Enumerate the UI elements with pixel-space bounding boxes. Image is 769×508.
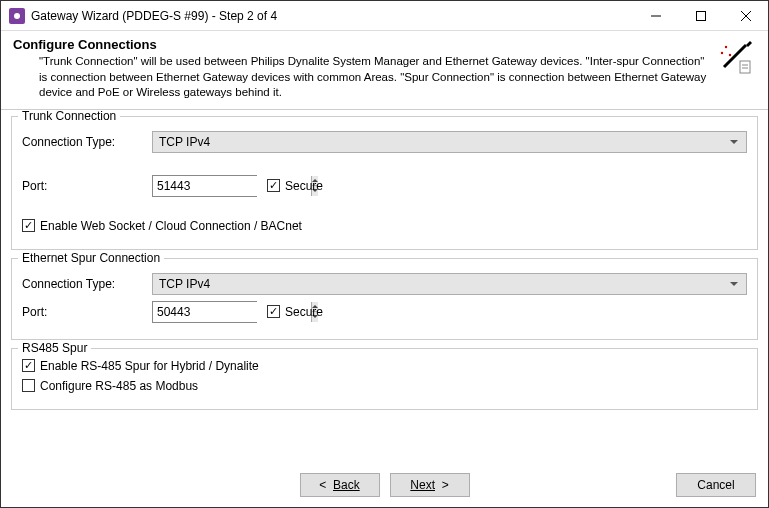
- wizard-footer: < Back Next > Cancel: [1, 463, 768, 507]
- checkbox-icon: [267, 179, 280, 192]
- cancel-button[interactable]: Cancel: [676, 473, 756, 497]
- trunk-port-label: Port:: [22, 179, 152, 193]
- trunk-conn-type-label: Connection Type:: [22, 135, 152, 149]
- rs485-legend: RS485 Spur: [18, 341, 91, 355]
- spur-port-label: Port:: [22, 305, 152, 319]
- trunk-conn-type-select[interactable]: TCP IPv4: [152, 131, 747, 153]
- checkbox-icon: [22, 379, 35, 392]
- minimize-button[interactable]: [633, 1, 678, 31]
- trunk-conn-type-value: TCP IPv4: [159, 135, 210, 149]
- spur-conn-type-label: Connection Type:: [22, 277, 152, 291]
- trunk-secure-checkbox[interactable]: Secure: [267, 179, 323, 193]
- wizard-icon: [716, 37, 756, 77]
- content-area: Trunk Connection Connection Type: TCP IP…: [1, 110, 768, 463]
- svg-point-7: [721, 52, 723, 54]
- spur-secure-label: Secure: [285, 305, 323, 319]
- checkbox-icon: [22, 359, 35, 372]
- wizard-header: Configure Connections "Trunk Connection"…: [1, 31, 768, 110]
- spur-port-input-wrap: [152, 301, 257, 323]
- titlebar: Gateway Wizard (PDDEG-S #99) - Step 2 of…: [1, 1, 768, 31]
- page-title: Configure Connections: [13, 37, 708, 52]
- page-description: "Trunk Connection" will be used between …: [13, 54, 708, 101]
- rs485-enable-checkbox[interactable]: Enable RS-485 Spur for Hybrid / Dynalite: [22, 359, 259, 373]
- maximize-button[interactable]: [678, 1, 723, 31]
- spur-legend: Ethernet Spur Connection: [18, 251, 164, 265]
- svg-point-8: [729, 54, 731, 56]
- svg-rect-1: [696, 11, 705, 20]
- rs485-enable-label: Enable RS-485 Spur for Hybrid / Dynalite: [40, 359, 259, 373]
- spur-connection-group: Ethernet Spur Connection Connection Type…: [11, 258, 758, 340]
- next-button[interactable]: Next >: [390, 473, 470, 497]
- window-title: Gateway Wizard (PDDEG-S #99) - Step 2 of…: [31, 9, 633, 23]
- svg-point-6: [725, 46, 727, 48]
- trunk-legend: Trunk Connection: [18, 110, 120, 123]
- trunk-secure-label: Secure: [285, 179, 323, 193]
- checkbox-icon: [267, 305, 280, 318]
- close-button[interactable]: [723, 1, 768, 31]
- spur-conn-type-value: TCP IPv4: [159, 277, 210, 291]
- rs485-group: RS485 Spur Enable RS-485 Spur for Hybrid…: [11, 348, 758, 410]
- trunk-enable-websocket-checkbox[interactable]: Enable Web Socket / Cloud Connection / B…: [22, 219, 302, 233]
- gateway-wizard-window: Gateway Wizard (PDDEG-S #99) - Step 2 of…: [0, 0, 769, 508]
- rs485-modbus-checkbox[interactable]: Configure RS-485 as Modbus: [22, 379, 198, 393]
- trunk-enable-websocket-label: Enable Web Socket / Cloud Connection / B…: [40, 219, 302, 233]
- minimize-icon: [651, 11, 661, 21]
- maximize-icon: [696, 11, 706, 21]
- close-icon: [741, 11, 751, 21]
- app-icon: [9, 8, 25, 24]
- checkbox-icon: [22, 219, 35, 232]
- back-button[interactable]: < Back: [300, 473, 380, 497]
- svg-rect-9: [740, 61, 750, 73]
- trunk-port-input-wrap: [152, 175, 257, 197]
- spur-conn-type-select[interactable]: TCP IPv4: [152, 273, 747, 295]
- spur-secure-checkbox[interactable]: Secure: [267, 305, 323, 319]
- rs485-modbus-label: Configure RS-485 as Modbus: [40, 379, 198, 393]
- trunk-connection-group: Trunk Connection Connection Type: TCP IP…: [11, 116, 758, 250]
